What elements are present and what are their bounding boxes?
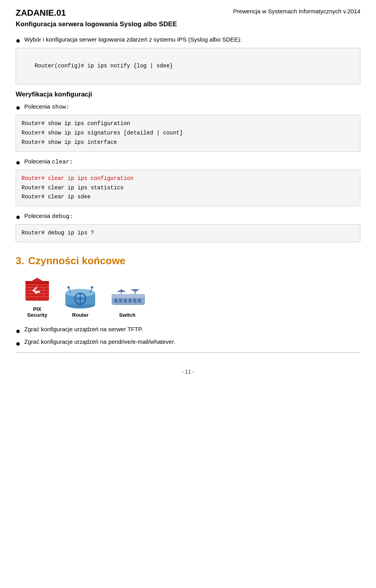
page-header: ZADANIE.01 Prewencja w Systemach Informa… — [16, 8, 360, 18]
clear-code-line3: Router# clear ip sdee — [22, 194, 90, 200]
polecenia-clear-label: Polecenia clear: — [24, 157, 73, 167]
switch-label: Switch — [119, 312, 136, 318]
show-code-line3: Router# show ip ips interface — [22, 139, 117, 145]
polecenia-debug-bullet: ● Polecenia debug: — [16, 212, 360, 222]
svg-marker-34 — [117, 289, 126, 292]
section3-number: 3. — [16, 255, 24, 267]
svg-rect-29 — [119, 299, 122, 303]
bottom-bullet-text-1: Zgrać konfiguracje urządzeń na serwer TF… — [24, 326, 143, 332]
bullet-dot-1: ● — [16, 326, 20, 336]
svg-rect-30 — [124, 299, 127, 303]
switch-device: Switch — [110, 287, 145, 318]
wybor-code-text: Router(config)# ip ips notify {log | sde… — [35, 63, 173, 69]
course-title: Prewencja w Systemach Informatycznych v.… — [233, 8, 360, 15]
router-icon — [63, 283, 98, 310]
wybor-code: Router(config)# ip ips notify {log | sde… — [16, 48, 360, 84]
svg-rect-28 — [114, 299, 118, 303]
show-code-box: Router# show ip ips configuration Router… — [16, 115, 360, 151]
page-footer: - 11 - — [16, 368, 360, 375]
bottom-bullet-text-2: Zgrać konfiguracje urządzeń na pendrive/… — [24, 338, 175, 345]
page-number: - 11 - — [182, 368, 195, 375]
svg-point-23 — [67, 286, 70, 289]
pix-device: PIXSecurity — [24, 277, 51, 318]
clear-code-line1: Router# clear ip ips configuration — [22, 175, 134, 181]
show-code-line1: Router# show ip ips configuration — [22, 120, 130, 127]
clear-code-box: Router# clear ip ips configuration Route… — [16, 170, 360, 206]
router-label: Router — [72, 312, 89, 318]
polecenia-show-bullet: ● Polecenia show: — [16, 102, 360, 113]
clear-code-line2: Router# clear ip ips statistics — [22, 185, 123, 191]
wybor-bullet: ● Wybór i konfiguracja serwer logowania … — [16, 35, 360, 45]
debug-code-box: Router# debug ip ips ? — [16, 224, 360, 242]
weryfikacja-heading: Weryfikacja konfiguracji — [16, 91, 360, 98]
svg-rect-31 — [128, 299, 132, 303]
router-device: Router — [63, 283, 98, 318]
weryfikacja-section: Weryfikacja konfiguracji ● Polecenia sho… — [16, 91, 360, 242]
section3-container: 3. Czynności końcowe — [16, 248, 360, 348]
svg-point-25 — [91, 286, 93, 289]
bullet-dot-show: ● — [16, 102, 20, 113]
footer-divider — [16, 352, 360, 353]
polecenia-clear-bullet: ● Polecenia clear: — [16, 157, 360, 167]
polecenia-debug-label: Polecenia debug: — [24, 212, 73, 221]
devices-row: PIXSecurity — [24, 277, 360, 318]
svg-rect-27 — [112, 294, 145, 298]
bottom-bullet-1: ● Zgrać konfiguracje urządzeń na serwer … — [16, 326, 360, 336]
polecenia-show-label: Polecenia show: — [24, 102, 69, 112]
pix-label: PIXSecurity — [27, 306, 47, 318]
svg-rect-33 — [138, 299, 141, 303]
bullet-dot-debug: ● — [16, 212, 20, 222]
section3-title: Czynności końcowe — [28, 255, 126, 267]
bottom-bullet-2: ● Zgrać konfiguracje urządzeń na pendriv… — [16, 338, 360, 348]
debug-code-text: Router# debug ip ips ? — [22, 230, 94, 236]
task-title: ZADANIE.01 — [16, 8, 66, 18]
bottom-bullets: ● Zgrać konfiguracje urządzeń na serwer … — [16, 326, 360, 348]
pix-icon — [24, 277, 51, 305]
svg-rect-32 — [133, 299, 136, 303]
svg-marker-14 — [29, 278, 45, 283]
wybor-section: ● Wybór i konfiguracja serwer logowania … — [16, 35, 360, 84]
main-subtitle: Konfiguracja serwera logowania Syslog al… — [16, 20, 360, 28]
bullet-dot-2: ● — [16, 338, 20, 348]
show-code-line2: Router# show ip ips signatures [detailed… — [22, 130, 183, 136]
bullet-dot: ● — [16, 35, 20, 45]
bullet-dot-clear: ● — [16, 157, 20, 167]
wybor-text: Wybór i konfiguracja serwer logowania zd… — [24, 35, 242, 44]
switch-icon — [110, 287, 145, 310]
